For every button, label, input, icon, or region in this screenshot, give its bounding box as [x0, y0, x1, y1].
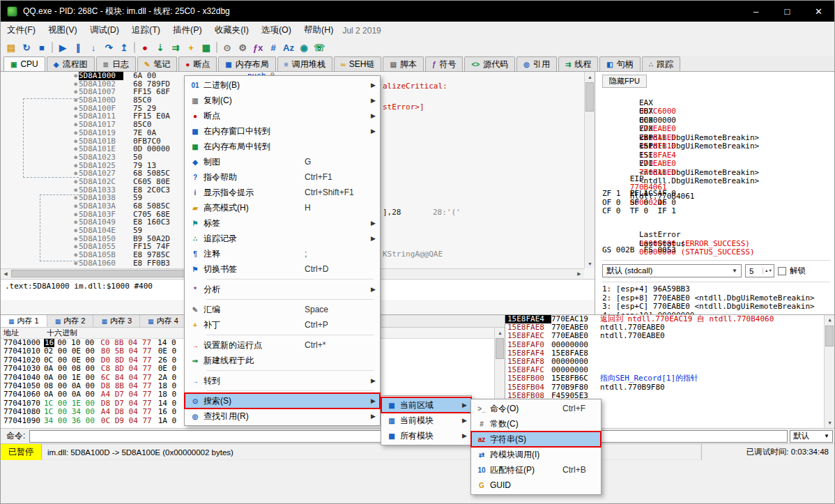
vscroll-thumb[interactable]: [825, 326, 834, 346]
stop-icon[interactable]: ■: [34, 40, 49, 54]
menu-item-search-intermodular-calls[interactable]: ⇄ 跨模块调用(I): [471, 447, 601, 462]
disasm-vscrollbar[interactable]: ▲ ▼: [584, 72, 595, 268]
menubar-item[interactable]: 收藏夹(I): [208, 22, 255, 38]
menu-item-new-thread[interactable]: ⇒ 新建线程于此: [185, 353, 380, 368]
scroll-right-button[interactable]: ▶: [574, 269, 584, 279]
stack-row[interactable]: 15E8FAF0 00000000: [505, 341, 834, 349]
menu-item-follow-in-memory-map[interactable]: ▦ 在内存布局中转到: [185, 139, 380, 154]
step-into-icon[interactable]: ↓: [86, 40, 101, 54]
call-argument-row[interactable]: 1: [esp+4] 96A59BB3: [602, 285, 830, 294]
tab-notes[interactable]: ✎ 笔记: [137, 56, 177, 71]
menubar-item[interactable]: 插件(P): [167, 22, 208, 38]
register-row[interactable]: EAX 007C6000: [602, 90, 830, 99]
minimize-button[interactable]: –: [740, 1, 772, 22]
scroll-left-button[interactable]: ◀: [1, 269, 10, 279]
menu-item-highlight-mode[interactable]: ▰ 高亮模式(H) H: [185, 200, 380, 215]
tab-trace[interactable]: ∴ 跟踪: [642, 56, 680, 71]
menu-item-analysis[interactable]: * 分析 ▶: [185, 282, 380, 297]
pause-icon[interactable]: ∥: [70, 40, 86, 54]
call-argument-row[interactable]: 3: [esp+C] 770EABE0 <ntdll.DbgUiRemoteBr…: [602, 303, 830, 312]
tab-script[interactable]: ▤ 脚本: [383, 56, 423, 71]
trace-over-icon[interactable]: ⇉: [168, 40, 183, 54]
menu-item-current-module[interactable]: ▥ 当前模块 ▶: [381, 413, 471, 428]
tab-dump-3[interactable]: ▦ 内存 3: [93, 315, 140, 327]
restart-icon[interactable]: ↻: [19, 40, 34, 54]
menubar-item[interactable]: 视图(V): [42, 22, 84, 38]
menubar-item[interactable]: 调试(D): [84, 22, 125, 38]
scroll-down-button[interactable]: ▼: [825, 418, 834, 428]
tab-seh[interactable]: ∞ SEH链: [334, 56, 382, 71]
step-out-icon[interactable]: ↥: [116, 40, 132, 54]
tab-call-stack[interactable]: ≡ 调用堆栈: [277, 56, 332, 71]
menu-item-copy[interactable]: ▥ 复制(C) ▶: [185, 93, 380, 108]
menubar-item[interactable]: 文件(F): [1, 22, 42, 38]
tab-references[interactable]: ◎ 引用: [516, 56, 557, 71]
memory-map-icon[interactable]: ▦: [199, 40, 214, 54]
vscroll-thumb[interactable]: [585, 82, 594, 112]
tab-dump-1[interactable]: ▦ 内存 1: [1, 315, 47, 327]
menu-item-breakpoint[interactable]: ● 断点 ▶: [185, 108, 380, 123]
record-icon[interactable]: ●: [137, 40, 153, 54]
menu-item-search-guid[interactable]: G GUID: [471, 478, 601, 493]
menu-item-search[interactable]: ⊙ 搜索(S) ▶: [185, 393, 380, 408]
scroll-up-button[interactable]: ▲: [495, 328, 505, 337]
menu-item-label[interactable]: ⚑ 标签 ▶: [185, 215, 380, 231]
menu-item-graph[interactable]: ◈ 制图 G: [185, 154, 380, 169]
tab-log[interactable]: ≣ 日志: [96, 56, 136, 71]
tab-source[interactable]: <> 源代码: [464, 56, 515, 71]
tab-threads[interactable]: ⇉ 线程: [558, 56, 598, 71]
menu-item-comment[interactable]: ¶ 注释 ;: [185, 246, 380, 261]
patch-icon[interactable]: +: [183, 40, 199, 54]
tab-cpu[interactable]: ▣ CPU: [3, 56, 45, 71]
last-error-row[interactable]: LastError 00000000 (ERROR_SUCCESS): [602, 222, 830, 231]
tab-graph[interactable]: ◈ 流程图: [47, 56, 95, 71]
menu-item-show-mnemonic-brief[interactable]: i 显示指令提示 Ctrl+Shift+F1: [185, 185, 380, 200]
flags-row[interactable]: CF 0 TF 0 IF 1: [602, 207, 830, 216]
calling-convention-select[interactable]: 默认 (stdcall) ▼: [602, 264, 742, 277]
menu-item-search-strings[interactable]: az 字符串(S): [471, 432, 601, 447]
menu-item-search-pattern[interactable]: 10 匹配特征(P) Ctrl+B: [471, 462, 601, 478]
unlock-checkbox[interactable]: [778, 267, 786, 275]
menu-item-current-region[interactable]: ▦ 当前区域 ▶: [381, 397, 471, 413]
menu-item-set-new-origin[interactable]: → 设置新的运行点 Ctrl+*: [185, 337, 380, 353]
open-file-icon[interactable]: ▤: [3, 40, 19, 54]
scroll-up-button[interactable]: ▲: [585, 72, 595, 82]
tab-handles[interactable]: ◧ 句柄: [599, 56, 640, 71]
menubar-item[interactable]: 选项(O): [255, 22, 298, 38]
stack-row[interactable]: 15E8FB04 770B9F80 ntdll.770B9F80: [505, 383, 834, 392]
hide-fpu-button[interactable]: 隐藏FP​U: [602, 75, 647, 88]
menu-item-goto[interactable]: → 转到 ▶: [185, 373, 380, 388]
scroll-up-button[interactable]: ▲: [825, 315, 834, 325]
tab-dump-2[interactable]: ▦ 内存 2: [47, 315, 94, 327]
menu-item-all-modules[interactable]: ▩ 所有模块 ▶: [381, 428, 471, 443]
trace-into-icon[interactable]: ⇣: [153, 40, 168, 54]
vscroll-thumb[interactable]: [496, 338, 504, 359]
menubar-item[interactable]: 帮助(H): [298, 22, 339, 38]
arg-count-stepper[interactable]: 5 ▲▼: [745, 264, 774, 277]
menu-item-instruction-help[interactable]: ? 指令帮助 Ctrl+F1: [185, 169, 380, 185]
run-icon[interactable]: ▶: [55, 40, 70, 54]
stack-row[interactable]: 15E8FAEC 770EABE0 ntdll.770EABE0: [505, 332, 834, 340]
menu-item-search-constant[interactable]: # 常数(C): [471, 416, 601, 432]
stack-vscrollbar[interactable]: ▲ ▼: [824, 315, 834, 428]
pound-icon[interactable]: #: [266, 40, 281, 54]
scroll-down-button[interactable]: ▼: [585, 259, 595, 268]
tab-symbols[interactable]: ƒ 符号: [425, 56, 464, 71]
menu-item-trace-record[interactable]: ∴ 追踪记录 ▶: [185, 231, 380, 246]
maximize-button[interactable]: □: [772, 1, 803, 22]
command-mode-select[interactable]: 默认 ▼: [790, 430, 833, 443]
stepper-arrows-icon[interactable]: ▲▼: [763, 268, 774, 274]
menu-item-find-references[interactable]: ◎ 查找引用(R) ▶: [185, 408, 380, 424]
menu-item-assemble[interactable]: ✎ 汇编 Space: [185, 302, 380, 317]
menubar-item[interactable]: 追踪(T): [125, 22, 167, 38]
fx-icon[interactable]: ƒx: [250, 40, 266, 54]
search-icon[interactable]: ⊙: [220, 40, 235, 54]
phone-icon[interactable]: ☏: [312, 40, 327, 54]
compass-icon[interactable]: ◉: [296, 40, 312, 54]
menu-item-search-command[interactable]: >_ 命令(O) Ctrl+F: [471, 401, 601, 416]
menu-item-follow-in-dump[interactable]: ▦ 在内存窗口中转到 ▶: [185, 123, 380, 139]
settings-icon[interactable]: ⚙: [235, 40, 250, 54]
menu-item-binary[interactable]: 01 二进制(B) ▶: [185, 77, 380, 93]
stack-row[interactable]: 15E8FB00 15E8FB6C 指向SEH_Record[1]的指针: [505, 374, 834, 383]
tab-memory-map[interactable]: ▦ 内存布局: [218, 56, 275, 71]
